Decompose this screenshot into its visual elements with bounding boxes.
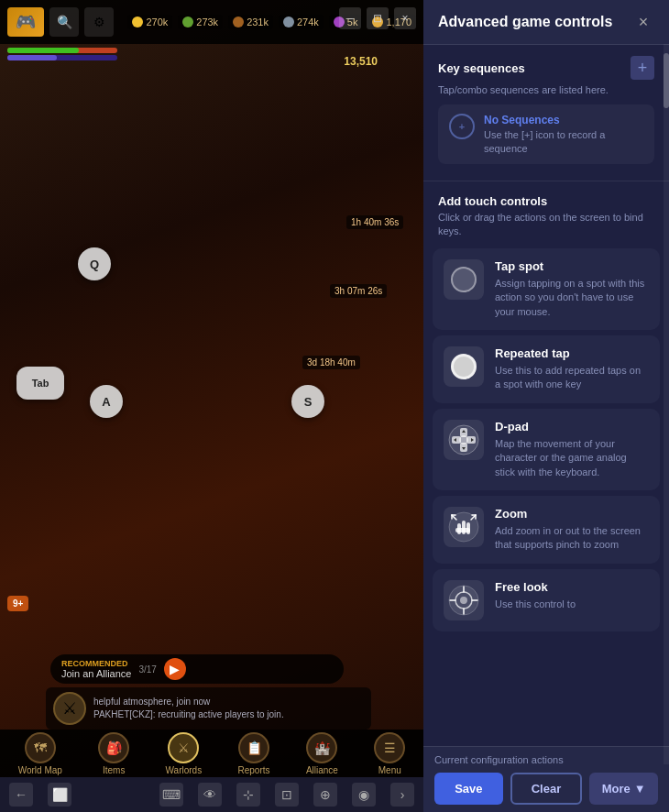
panel-header: Advanced game controls ×	[423, 0, 669, 45]
footer-buttons: Save Clear More ▼	[434, 773, 658, 805]
clear-button[interactable]: Clear	[510, 773, 583, 805]
items-icon: 🎒	[98, 732, 129, 763]
key-tab-btn[interactable]: Tab	[16, 367, 64, 400]
freelook-icon	[444, 580, 484, 620]
right-panel: Advanced game controls × Key sequences +…	[423, 0, 669, 812]
config-footer: Current configuration actions Save Clear…	[423, 746, 669, 812]
location-icon-btn[interactable]: ◉	[352, 783, 376, 807]
settings-icon-btn[interactable]: ⚙	[84, 7, 114, 37]
zoom-name: Zoom	[495, 507, 649, 521]
no-sequences-card: + No Sequences Use the [+] icon to recor…	[438, 104, 654, 164]
restore-btn[interactable]: ⊡	[367, 7, 389, 29]
repeat-circle-icon	[451, 354, 477, 379]
keyboard-icon-btn[interactable]: ⌨	[159, 783, 183, 807]
nav-items[interactable]: 🎒 Items	[98, 732, 129, 775]
panel-content: Key sequences + Tap/combo sequences are …	[423, 45, 669, 746]
window-controls: ─ ⊡ ×	[339, 7, 416, 29]
mana-bar	[7, 55, 117, 60]
search-icon-btn[interactable]: 🔍	[49, 7, 79, 37]
tap-spot-card[interactable]: Tap spot Assign tapping on a spot with t…	[433, 248, 660, 330]
freelook-name: Free look	[495, 580, 649, 594]
level-badge: 9+	[7, 596, 28, 611]
health-bar-container	[7, 48, 117, 62]
zoom-card[interactable]: Zoom Add zoom in or out to the screen th…	[433, 496, 660, 564]
tap-spot-info: Tap spot Assign tapping on a spot with t…	[495, 259, 649, 319]
zoom-desc: Add zoom in or out to the screen that su…	[495, 524, 649, 553]
minimize-btn[interactable]: ─	[339, 7, 361, 29]
nav-reports[interactable]: 📋 Reports	[238, 732, 270, 775]
resource-food: 273k	[178, 15, 223, 29]
tap-circle-icon	[451, 267, 477, 292]
key-q-btn[interactable]: Q	[78, 247, 111, 280]
tap-spot-icon	[444, 259, 484, 300]
warlords-icon: ⚔	[168, 732, 199, 763]
divider-1	[423, 181, 669, 181]
key-s-btn[interactable]: S	[291, 385, 324, 418]
worldmap-icon: 🗺	[25, 732, 56, 763]
timer-2: 3h 07m 26s	[330, 284, 387, 298]
dpad-info: D-pad Map the movement of your character…	[495, 420, 649, 479]
more-chevron-icon: ▼	[634, 782, 646, 796]
nav-warlords[interactable]: ⚔ Warlords	[166, 732, 203, 775]
home-btn[interactable]: ⬜	[48, 783, 71, 807]
health-bar	[7, 48, 117, 53]
scroll-track[interactable]	[664, 44, 669, 764]
dpad-icon	[444, 420, 484, 460]
panel-title: Advanced game controls	[438, 14, 612, 30]
repeated-tap-card[interactable]: Repeated tap Use this to add repeated ta…	[433, 335, 660, 403]
rec-arrow-btn[interactable]: ▶	[164, 658, 186, 680]
timer-3: 3d 18h 40m	[302, 356, 360, 369]
resource-gold: 270k	[127, 15, 172, 29]
nav-menu[interactable]: ☰ Menu	[374, 732, 405, 775]
recommended-bar[interactable]: RECOMMENDED Join an Alliance 3/17 ▶	[50, 654, 344, 684]
sys-bar: ← ⬜ ⌨ 👁 ⊹ ⊡ ⊕ ◉ ›	[0, 777, 423, 812]
more-icon-btn[interactable]: ›	[390, 783, 414, 807]
svg-point-5	[459, 435, 468, 444]
menu-icon: ☰	[374, 732, 405, 763]
key-a-btn[interactable]: A	[90, 385, 123, 418]
add-touch-title: Add touch controls	[438, 194, 654, 208]
record-icon-btn[interactable]: ⊕	[313, 783, 337, 807]
resource-iron: 274k	[279, 15, 324, 29]
player-avatar: ⚔	[53, 692, 86, 725]
nav-worldmap[interactable]: 🗺 World Map	[18, 732, 62, 775]
dpad-name: D-pad	[495, 420, 649, 433]
svg-point-23	[460, 597, 467, 604]
resource-wood: 231k	[228, 15, 273, 29]
scroll-thumb[interactable]	[664, 53, 669, 108]
freelook-info: Free look Use this control to	[495, 580, 649, 611]
svg-rect-14	[455, 528, 470, 532]
zoom-info: Zoom Add zoom in or out to the screen th…	[495, 507, 649, 553]
add-sequence-btn[interactable]: +	[631, 56, 654, 80]
bottom-nav: 🗺 World Map 🎒 Items ⚔ Warlords 📋 Reports…	[0, 730, 423, 777]
add-touch-desc: Click or drag the actions on the screen …	[438, 211, 654, 239]
dpad-card[interactable]: D-pad Map the movement of your character…	[433, 409, 660, 490]
key-sequences-section: Key sequences + Tap/combo sequences are …	[423, 45, 669, 177]
freelook-svg-icon	[448, 585, 479, 616]
reports-icon: 📋	[238, 732, 269, 763]
config-title: Current configuration actions	[434, 754, 658, 765]
key-sequences-desc: Tap/combo sequences are listed here.	[438, 83, 654, 97]
repeated-tap-info: Repeated tap Use this to add repeated ta…	[495, 346, 649, 392]
freelook-card[interactable]: Free look Use this control to	[433, 569, 660, 631]
key-sequences-header: Key sequences +	[438, 56, 654, 80]
panel-close-btn[interactable]: ×	[632, 11, 654, 33]
nav-alliance[interactable]: 🏰 Alliance	[306, 732, 338, 775]
cursor-icon-btn[interactable]: ⊹	[236, 783, 260, 807]
save-button[interactable]: Save	[434, 773, 503, 805]
tap-spot-name: Tap spot	[495, 259, 649, 273]
chat-messages: helpful atmosphere, join now PAKHET[CKZ]…	[93, 696, 284, 721]
back-btn[interactable]: ←	[9, 783, 33, 807]
screen-icon-btn[interactable]: ⊡	[275, 783, 299, 807]
zoom-svg-icon	[448, 511, 479, 543]
view-icon-btn[interactable]: 👁	[198, 783, 222, 807]
repeated-tap-desc: Use this to add repeated taps on a spot …	[495, 364, 649, 392]
rec-label: RECOMMENDED	[61, 659, 131, 668]
more-button[interactable]: More ▼	[589, 773, 658, 805]
close-game-btn[interactable]: ×	[394, 7, 416, 29]
dpad-svg-icon	[448, 424, 479, 455]
tap-spot-desc: Assign tapping on a spot with this actio…	[495, 277, 649, 319]
zoom-icon	[444, 507, 484, 547]
key-sequences-title: Key sequences	[438, 61, 525, 75]
no-sequences-text: No Sequences Use the [+] icon to record …	[484, 114, 605, 155]
